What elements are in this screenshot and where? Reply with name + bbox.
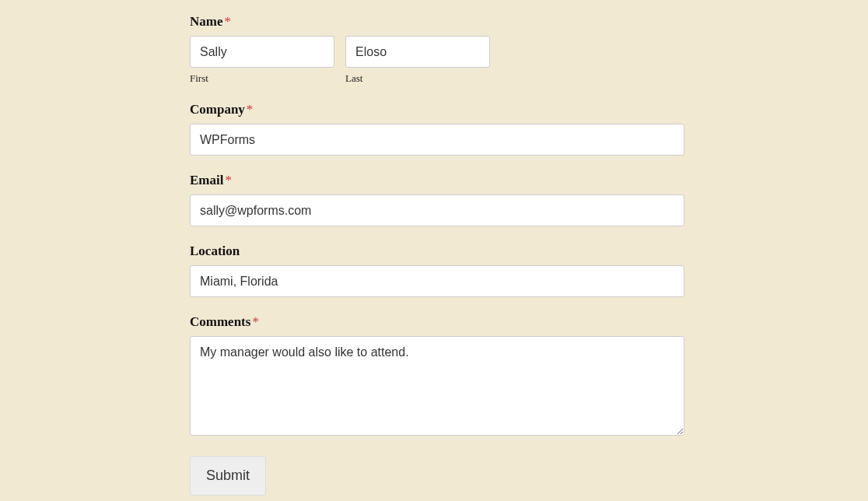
- company-input[interactable]: [190, 124, 684, 156]
- required-indicator: *: [225, 173, 232, 187]
- company-field: Company*: [190, 102, 684, 156]
- company-label: Company*: [190, 102, 684, 117]
- first-name-input[interactable]: [190, 36, 334, 68]
- email-field: Email*: [190, 173, 684, 226]
- name-field: Name* First Last: [190, 14, 684, 85]
- required-indicator: *: [224, 14, 231, 29]
- registration-form: Name* First Last Company* Email* Locatio: [0, 0, 868, 496]
- email-label: Email*: [190, 173, 684, 188]
- comments-textarea[interactable]: [190, 336, 684, 436]
- name-label: Name*: [190, 14, 684, 30]
- location-input[interactable]: [190, 265, 684, 297]
- email-input[interactable]: [190, 194, 684, 226]
- comments-label: Comments*: [190, 314, 684, 330]
- comments-field: Comments*: [190, 314, 684, 439]
- first-name-sublabel: First: [190, 72, 334, 85]
- location-field: Location: [190, 243, 684, 297]
- last-name-sublabel: Last: [345, 72, 490, 85]
- location-label: Location: [190, 243, 684, 259]
- required-indicator: *: [252, 314, 259, 329]
- required-indicator: *: [247, 102, 254, 117]
- submit-button[interactable]: Submit: [190, 456, 266, 496]
- last-name-input[interactable]: [345, 36, 490, 68]
